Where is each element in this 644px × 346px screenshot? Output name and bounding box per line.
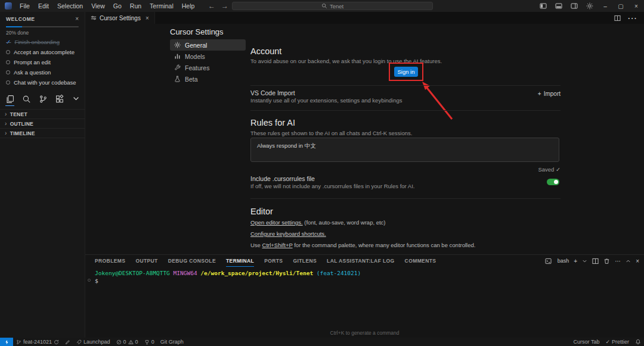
chevron-right-icon: › [5, 112, 7, 117]
search-text: Tenet [330, 3, 343, 10]
git-graph-item[interactable]: Git Graph [157, 338, 187, 346]
cursorrules-toggle[interactable] [547, 179, 559, 185]
settings-nav: General Models Features Beta [170, 39, 246, 85]
settings-nav-models[interactable]: Models [170, 51, 246, 62]
search-view-icon[interactable] [22, 95, 31, 106]
sidebar-section-timeline[interactable]: › TIMELINE [0, 128, 85, 138]
rules-heading: Rules for AI [250, 118, 295, 127]
panel-tab-debug-console[interactable]: DEBUG CONSOLE [168, 255, 216, 267]
sidebar-section-outline[interactable]: › OUTLINE [0, 119, 85, 128]
command-palette-link[interactable]: Ctrl+Shift+P [262, 242, 293, 248]
notifications-item[interactable] [632, 338, 644, 346]
sync-icon [54, 339, 59, 345]
toggle-sidebar-right-icon[interactable] [566, 2, 582, 10]
command-decoration-icon[interactable] [88, 279, 91, 282]
close-panel-icon[interactable]: × [636, 258, 639, 264]
toggle-knob [554, 180, 558, 184]
onboarding-item-finish[interactable]: ✓ Finish onboarding [0, 37, 85, 47]
settings-nav-general[interactable]: General [170, 39, 246, 51]
onboarding-item-edit[interactable]: Prompt an edit [0, 57, 85, 67]
problems-indicator[interactable]: 0 0 [113, 338, 141, 346]
kill-terminal-trash-icon[interactable] [603, 258, 610, 264]
history-forward-icon[interactable]: → [221, 2, 228, 10]
trophy-icon [144, 339, 150, 345]
terminal-dropdown-chevron-icon[interactable] [582, 258, 587, 264]
panel-more-actions-icon[interactable]: ⋯ [615, 258, 621, 264]
panel-tab-gitlens[interactable]: GITLENS [293, 255, 317, 267]
edit-indicator[interactable] [62, 338, 73, 346]
errors-icon [116, 339, 122, 345]
onboarding-item-codebase[interactable]: Chat with your codebase [0, 77, 85, 88]
panel-tab-output[interactable]: OUTPUT [135, 255, 157, 267]
remote-indicator[interactable] [0, 338, 13, 346]
window-minimize-button[interactable]: – [597, 0, 613, 12]
plus-icon: + [538, 91, 541, 97]
panel-tab-problems[interactable]: PROBLEMS [95, 255, 125, 267]
tools-icon [174, 64, 181, 71]
onboarding-item-autocomplete[interactable]: Accept an autocomplete [0, 47, 85, 57]
check-icon: ✓ [6, 39, 11, 45]
tab-close-icon[interactable]: × [145, 15, 149, 21]
git-branch-icon [16, 339, 21, 345]
welcome-close-icon[interactable]: × [75, 16, 79, 22]
panel-tab-terminal[interactable]: TERMINAL [226, 255, 254, 267]
terminal-path: /e/work_space/project/Hysli/Tenet [200, 270, 313, 276]
history-back-icon[interactable]: ← [208, 2, 215, 10]
explorer-icon[interactable] [5, 95, 14, 106]
shell-label[interactable]: bash [558, 258, 569, 264]
split-terminal-icon[interactable] [592, 258, 599, 264]
progress-label: 20% done [6, 30, 79, 36]
settings-nav-beta[interactable]: Beta [170, 73, 246, 85]
terminal-output[interactable]: Jokeny@DESKTOP-A8MQTTG MINGW64 /e/work_s… [95, 270, 361, 285]
prettier-indicator[interactable]: ✓ Prettier [602, 338, 632, 346]
onboarding-item-question[interactable]: Ask a question [0, 67, 85, 77]
search-icon [321, 3, 327, 9]
open-editor-settings-link[interactable]: Open editor settings. [250, 219, 303, 226]
menu-edit[interactable]: Edit [34, 0, 53, 12]
rules-textarea[interactable]: Always respond in 中文 [250, 138, 559, 162]
menu-selection[interactable]: Selection [53, 0, 87, 12]
welcome-panel-title: WELCOME [6, 16, 35, 22]
more-actions-icon[interactable]: ⋯ [627, 13, 637, 24]
toggle-sidebar-left-icon[interactable] [535, 2, 551, 10]
toggle-panel-icon[interactable] [551, 2, 566, 10]
maximize-panel-chevron-icon[interactable] [626, 258, 631, 264]
terminal-branch: (feat-241021) [317, 270, 361, 276]
panel-tab-assistant-log[interactable]: LAL ASSISTANT:LAF LOG [327, 255, 395, 267]
beaker-icon [174, 76, 181, 82]
new-terminal-icon[interactable]: + [574, 258, 577, 264]
todo-circle-icon [6, 70, 10, 74]
tab-cursor-settings[interactable]: Cursor Settings × [85, 12, 155, 24]
customize-layout-gear-icon[interactable] [582, 2, 597, 10]
menu-terminal[interactable]: Terminal [145, 0, 178, 12]
panel-tab-comments[interactable]: COMMENTS [405, 255, 436, 267]
editor-area: Cursor Settings × ⋯ Cursor Settings Gene… [85, 12, 644, 338]
extensions-icon[interactable] [55, 95, 64, 106]
menu-help[interactable]: Help [178, 0, 199, 12]
keyboard-shortcuts-link[interactable]: Configure keyboard shortcuts. [250, 230, 326, 237]
sidebar-section-tenet[interactable]: › TENET [0, 109, 85, 119]
split-editor-icon[interactable] [614, 15, 621, 21]
menu-go[interactable]: Go [109, 0, 126, 12]
section-divider [250, 198, 561, 199]
section-divider [250, 110, 561, 111]
window-maximize-button[interactable]: ▢ [613, 0, 628, 12]
branch-indicator[interactable]: feat-241021 [13, 338, 62, 346]
views-chevron-down-icon[interactable] [72, 95, 80, 106]
command-center-search[interactable]: Tenet [232, 2, 433, 10]
terminal-prompt: $ [95, 278, 98, 284]
extra-counter[interactable]: 0 [141, 338, 157, 346]
settings-nav-features[interactable]: Features [170, 62, 246, 73]
window-close-button[interactable]: × [628, 0, 644, 12]
palette-prefix: Use [250, 242, 262, 248]
cursor-tab-indicator[interactable]: Cursor Tab [571, 338, 603, 346]
menu-file[interactable]: File [16, 0, 34, 12]
menu-run[interactable]: Run [126, 0, 145, 12]
menu-view[interactable]: View [87, 0, 109, 12]
launchpad-item[interactable]: Launchpad [73, 338, 113, 346]
source-control-icon[interactable] [39, 95, 48, 106]
terminal-user: Jokeny@DESKTOP-A8MQTTG [95, 270, 170, 276]
gear-icon [174, 42, 181, 48]
panel-tab-ports[interactable]: PORTS [264, 255, 283, 267]
import-button[interactable]: + Import [538, 91, 561, 97]
